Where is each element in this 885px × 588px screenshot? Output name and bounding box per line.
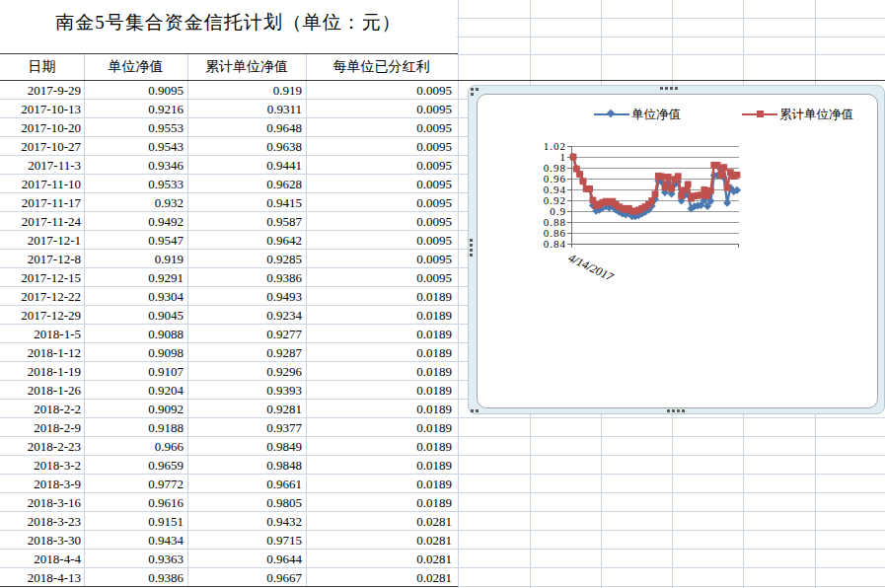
date-cell[interactable]: 2018-2-2 bbox=[0, 400, 84, 418]
resize-handle[interactable] bbox=[470, 254, 473, 257]
cum-nav-cell[interactable]: 0.9393 bbox=[187, 381, 306, 400]
resize-handle[interactable] bbox=[476, 409, 479, 412]
cum-nav-cell[interactable]: 0.9648 bbox=[187, 118, 306, 137]
date-cell[interactable]: 2018-4-4 bbox=[0, 550, 84, 568]
unit-nav-cell[interactable]: 0.9188 bbox=[84, 418, 187, 437]
date-cell[interactable]: 2017-11-24 bbox=[0, 212, 84, 231]
dividend-cell[interactable]: 0.0095 bbox=[306, 268, 457, 287]
resize-handle[interactable] bbox=[675, 87, 678, 90]
unit-nav-cell[interactable]: 0.9092 bbox=[84, 400, 187, 418]
unit-nav-cell[interactable]: 0.9098 bbox=[84, 343, 187, 362]
unit-nav-cell[interactable]: 0.9772 bbox=[84, 475, 187, 493]
dividend-cell[interactable]: 0.0281 bbox=[306, 568, 457, 587]
dividend-cell[interactable]: 0.0189 bbox=[306, 456, 457, 475]
unit-nav-cell[interactable]: 0.9304 bbox=[84, 287, 187, 306]
cum-nav-cell[interactable]: 0.9285 bbox=[187, 250, 306, 268]
dividend-cell[interactable]: 0.0095 bbox=[306, 231, 457, 250]
header-cell[interactable]: 日期 bbox=[0, 54, 84, 81]
date-cell[interactable]: 2017-12-1 bbox=[0, 231, 84, 250]
unit-nav-cell[interactable]: 0.9088 bbox=[84, 325, 187, 343]
cum-nav-cell[interactable]: 0.9493 bbox=[187, 287, 306, 306]
date-cell[interactable]: 2018-1-5 bbox=[0, 325, 84, 343]
date-cell[interactable]: 2017-11-3 bbox=[0, 156, 84, 175]
unit-nav-cell[interactable]: 0.9095 bbox=[84, 81, 187, 100]
sheet-title[interactable]: 南金5号集合资金信托计划（单位：元） bbox=[0, 10, 457, 36]
cum-nav-cell[interactable]: 0.9415 bbox=[187, 193, 306, 212]
unit-nav-cell[interactable]: 0.9543 bbox=[84, 137, 187, 156]
resize-handle[interactable] bbox=[682, 409, 685, 412]
resize-handle[interactable] bbox=[471, 93, 474, 96]
resize-handle[interactable] bbox=[470, 244, 473, 247]
resize-handle[interactable] bbox=[677, 409, 680, 412]
resize-handle[interactable] bbox=[471, 88, 474, 91]
unit-nav-cell[interactable]: 0.9363 bbox=[84, 550, 187, 568]
dividend-cell[interactable]: 0.0189 bbox=[306, 306, 457, 325]
cum-nav-cell[interactable]: 0.9234 bbox=[187, 306, 306, 325]
dividend-cell[interactable]: 0.0189 bbox=[306, 475, 457, 493]
date-cell[interactable]: 2017-12-8 bbox=[0, 250, 84, 268]
dividend-cell[interactable]: 0.0095 bbox=[306, 118, 457, 137]
dividend-cell[interactable]: 0.0095 bbox=[306, 81, 457, 100]
resize-handle[interactable] bbox=[470, 249, 473, 252]
cum-nav-cell[interactable]: 0.9644 bbox=[187, 550, 306, 568]
dividend-cell[interactable]: 0.0189 bbox=[306, 400, 457, 418]
date-cell[interactable]: 2017-12-22 bbox=[0, 287, 84, 306]
resize-handle[interactable] bbox=[670, 87, 673, 90]
date-cell[interactable]: 2018-3-2 bbox=[0, 456, 84, 475]
cum-nav-cell[interactable]: 0.9848 bbox=[187, 456, 306, 475]
header-cell[interactable]: 每单位已分红利 bbox=[306, 54, 457, 81]
dividend-cell[interactable]: 0.0095 bbox=[306, 156, 457, 175]
date-cell[interactable]: 2018-2-23 bbox=[0, 437, 84, 456]
cum-nav-cell[interactable]: 0.9628 bbox=[187, 175, 306, 193]
date-cell[interactable]: 2018-1-19 bbox=[0, 362, 84, 381]
resize-handle[interactable] bbox=[672, 409, 675, 412]
dividend-cell[interactable]: 0.0189 bbox=[306, 381, 457, 400]
unit-nav-cell[interactable]: 0.9291 bbox=[84, 268, 187, 287]
resize-handle[interactable] bbox=[471, 409, 474, 412]
header-cell[interactable]: 单位净值 bbox=[84, 54, 187, 81]
date-cell[interactable]: 2017-12-15 bbox=[0, 268, 84, 287]
cum-nav-cell[interactable]: 0.9661 bbox=[187, 475, 306, 493]
cum-nav-cell[interactable]: 0.9386 bbox=[187, 268, 306, 287]
unit-nav-cell[interactable]: 0.919 bbox=[84, 250, 187, 268]
cum-nav-cell[interactable]: 0.9638 bbox=[187, 137, 306, 156]
cum-nav-cell[interactable]: 0.9642 bbox=[187, 231, 306, 250]
date-cell[interactable]: 2018-3-23 bbox=[0, 512, 84, 531]
dividend-cell[interactable]: 0.0095 bbox=[306, 212, 457, 231]
cum-nav-cell[interactable]: 0.9441 bbox=[187, 156, 306, 175]
date-cell[interactable]: 2018-4-13 bbox=[0, 568, 84, 587]
cum-nav-cell[interactable]: 0.9849 bbox=[187, 437, 306, 456]
cum-nav-cell[interactable]: 0.9377 bbox=[187, 418, 306, 437]
unit-nav-cell[interactable]: 0.9533 bbox=[84, 175, 187, 193]
cum-nav-cell[interactable]: 0.9667 bbox=[187, 568, 306, 587]
date-cell[interactable]: 2018-3-30 bbox=[0, 531, 84, 550]
dividend-cell[interactable]: 0.0189 bbox=[306, 437, 457, 456]
date-cell[interactable]: 2018-1-12 bbox=[0, 343, 84, 362]
resize-handle[interactable] bbox=[660, 87, 663, 90]
dividend-cell[interactable]: 0.0095 bbox=[306, 250, 457, 268]
cum-nav-cell[interactable]: 0.9277 bbox=[187, 325, 306, 343]
dividend-cell[interactable]: 0.0189 bbox=[306, 343, 457, 362]
unit-nav-cell[interactable]: 0.9386 bbox=[84, 568, 187, 587]
dividend-cell[interactable]: 0.0281 bbox=[306, 512, 457, 531]
unit-nav-cell[interactable]: 0.966 bbox=[84, 437, 187, 456]
unit-nav-cell[interactable]: 0.9553 bbox=[84, 118, 187, 137]
date-cell[interactable]: 2018-1-26 bbox=[0, 381, 84, 400]
dividend-cell[interactable]: 0.0095 bbox=[306, 193, 457, 212]
dividend-cell[interactable]: 0.0189 bbox=[306, 362, 457, 381]
unit-nav-cell[interactable]: 0.9616 bbox=[84, 493, 187, 512]
date-cell[interactable]: 2017-10-13 bbox=[0, 100, 84, 118]
dividend-cell[interactable]: 0.0189 bbox=[306, 325, 457, 343]
cum-nav-cell[interactable]: 0.9587 bbox=[187, 212, 306, 231]
dividend-cell[interactable]: 0.0281 bbox=[306, 550, 457, 568]
cum-nav-cell[interactable]: 0.9296 bbox=[187, 362, 306, 381]
date-cell[interactable]: 2017-11-10 bbox=[0, 175, 84, 193]
date-cell[interactable]: 2018-3-16 bbox=[0, 493, 84, 512]
unit-nav-cell[interactable]: 0.9492 bbox=[84, 212, 187, 231]
date-cell[interactable]: 2018-3-9 bbox=[0, 475, 84, 493]
date-cell[interactable]: 2017-9-29 bbox=[0, 81, 84, 100]
unit-nav-cell[interactable]: 0.9434 bbox=[84, 531, 187, 550]
unit-nav-cell[interactable]: 0.9346 bbox=[84, 156, 187, 175]
cum-nav-cell[interactable]: 0.9805 bbox=[187, 493, 306, 512]
date-cell[interactable]: 2017-11-17 bbox=[0, 193, 84, 212]
